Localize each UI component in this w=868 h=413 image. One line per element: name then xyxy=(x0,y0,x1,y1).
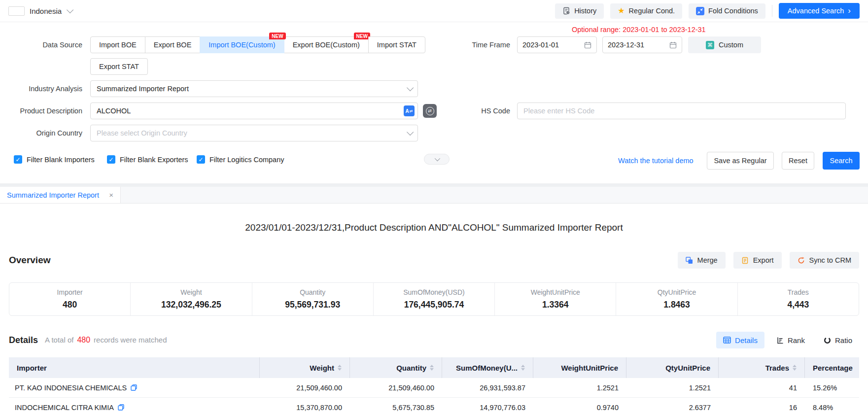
sort-icon[interactable] xyxy=(793,365,797,371)
company-copy-icon[interactable] xyxy=(131,384,137,391)
rank-icon xyxy=(776,337,784,344)
column-percentage: Percentage xyxy=(805,357,859,378)
column-sum-of-money[interactable]: SumOfMoney(U... xyxy=(442,357,533,378)
stat-qty-unit-price: QtyUnitPrice1.8463 xyxy=(616,283,737,315)
history-button[interactable]: History xyxy=(555,3,604,19)
merge-button[interactable]: Merge xyxy=(678,252,726,269)
date-from-input[interactable]: 2023-01-01 xyxy=(517,36,597,53)
checkbox-label: Filter Blank Importers xyxy=(27,156,95,164)
sync-to-crm-button[interactable]: Sync to CRM xyxy=(790,252,859,269)
swap-glyph: ⇄ xyxy=(428,108,432,113)
date-to-value: 2023-12-31 xyxy=(608,41,669,49)
industry-analysis-select[interactable]: Summarized Importer Report xyxy=(90,80,418,97)
collapse-conditions-toggle[interactable] xyxy=(424,154,450,165)
advanced-search-button[interactable]: Advanced Search › xyxy=(779,3,860,19)
weight-unit-price-cell: 0.9740 xyxy=(533,398,626,413)
merge-label: Merge xyxy=(697,256,718,264)
view-details-button[interactable]: Details xyxy=(716,332,764,348)
details-table: Importer Weight Quantity SumOfMoney(U...… xyxy=(9,357,859,413)
search-panel: Data Source Import BOE Export BOE Import… xyxy=(0,22,868,183)
tutorial-link[interactable]: Watch the tutorial demo xyxy=(618,152,694,170)
column-quantity[interactable]: Quantity xyxy=(350,357,442,378)
column-weight-unit-price: WeightUnitPrice xyxy=(533,357,626,378)
company-copy-icon[interactable] xyxy=(118,404,124,411)
chevron-down-icon xyxy=(407,129,414,136)
weight-unit-price-cell: 1.2521 xyxy=(533,378,626,397)
checkbox-label: Filter Blank Exporters xyxy=(120,156,188,164)
optional-range-note: Optional range: 2023-01-01 to 2023-12-31 xyxy=(572,26,706,34)
merge-icon xyxy=(686,257,693,264)
search-button[interactable]: Search xyxy=(823,152,860,170)
tab-label: Import BOE(Custom) xyxy=(208,41,275,49)
checkbox-filter-blank-importers[interactable]: ✓ Filter Blank Importers xyxy=(14,155,95,164)
table-header: Importer Weight Quantity SumOfMoney(U...… xyxy=(9,357,859,378)
sync-to-crm-label: Sync to CRM xyxy=(809,256,851,264)
sort-icon[interactable] xyxy=(338,365,342,371)
fold-conditions-button[interactable]: Fold Conditions xyxy=(689,3,765,19)
match-summary: A total of 480 records were matched xyxy=(45,336,167,344)
search-label: Search xyxy=(830,157,853,165)
tab-import-stat[interactable]: Import STAT xyxy=(368,36,425,53)
tab-label: Import STAT xyxy=(377,41,417,49)
tab-export-boe-custom[interactable]: Export BOE(Custom)NEW xyxy=(284,36,369,53)
command-icon: ⌘ xyxy=(706,41,714,49)
weight-cell: 21,509,460.00 xyxy=(260,378,350,397)
custom-range-button[interactable]: ⌘ Custom xyxy=(688,36,761,53)
country-selector[interactable]: Indonesia xyxy=(8,6,71,16)
indonesia-flag-icon xyxy=(8,6,25,16)
origin-country-select[interactable]: Please select Origin Country xyxy=(90,125,418,141)
sort-icon[interactable] xyxy=(430,365,434,371)
weight-cell: 15,370,870.00 xyxy=(260,398,350,413)
stat-trades: Trades4,443 xyxy=(737,283,859,315)
checkbox-filter-blank-exporters[interactable]: ✓ Filter Blank Exporters xyxy=(107,155,188,164)
importer-name-cell[interactable]: INDOCHEMICAL CITRA KIMIA xyxy=(9,398,260,413)
tab-export-boe[interactable]: Export BOE xyxy=(145,36,201,53)
checkbox-label: Filter Logitics Company xyxy=(209,156,284,164)
view-ratio-label: Ratio xyxy=(835,336,852,344)
view-rank-label: Rank xyxy=(788,336,805,344)
origin-country-placeholder: Please select Origin Country xyxy=(97,129,407,137)
translate-letter: A xyxy=(406,108,409,114)
overview-heading: Overview xyxy=(9,255,51,266)
column-importer: Importer xyxy=(9,357,260,378)
hs-code-input[interactable] xyxy=(517,103,846,119)
percentage-cell: 15.26% xyxy=(805,378,859,397)
separator-band xyxy=(0,183,868,187)
translate-icon[interactable]: A ⇄ xyxy=(404,105,415,116)
save-as-regular-button[interactable]: Save as Regular xyxy=(707,152,774,170)
importer-name-cell[interactable]: PT. KAO INDONESIA CHEMICALS xyxy=(9,378,260,397)
chevron-right-icon: › xyxy=(848,6,851,15)
regular-cond-button[interactable]: ★ Regular Cond. xyxy=(610,3,682,19)
details-table-icon xyxy=(723,337,731,344)
view-ratio-button[interactable]: Ratio xyxy=(817,332,859,348)
tab-label: Export BOE(Custom) xyxy=(293,41,360,49)
reset-button[interactable]: Reset xyxy=(782,152,814,170)
quantity-cell: 21,509,460.00 xyxy=(350,378,442,397)
match-count: 480 xyxy=(77,336,90,344)
quantity-cell: 5,675,730.85 xyxy=(350,398,442,413)
tab-label: Export BOE xyxy=(154,41,192,49)
tab-export-stat[interactable]: Export STAT xyxy=(90,58,148,75)
column-trades[interactable]: Trades xyxy=(719,357,805,378)
industry-analysis-label: Industry Analysis xyxy=(0,80,82,97)
fold-conditions-label: Fold Conditions xyxy=(708,7,758,15)
column-weight[interactable]: Weight xyxy=(260,357,350,378)
export-button[interactable]: Export xyxy=(733,252,782,269)
sync-icon xyxy=(798,257,805,264)
tab-import-boe-custom[interactable]: Import BOE(Custom)NEW xyxy=(200,36,284,53)
custom-label: Custom xyxy=(719,41,743,49)
close-icon[interactable]: × xyxy=(109,191,113,199)
history-icon xyxy=(562,7,570,15)
tab-summarized-importer-report[interactable]: Summarized Importer Report × xyxy=(0,187,121,203)
date-to-input[interactable]: 2023-12-31 xyxy=(602,36,682,53)
checkbox-filter-logitics-company[interactable]: ✓ Filter Logitics Company xyxy=(197,155,284,164)
view-rank-button[interactable]: Rank xyxy=(769,332,812,348)
product-description-field: A ⇄ xyxy=(90,103,418,119)
tab-import-boe[interactable]: Import BOE xyxy=(90,36,145,53)
overview-stats: Importer480 Weight132,032,496.25 Quantit… xyxy=(9,282,859,316)
sort-icon[interactable] xyxy=(521,365,525,371)
history-label: History xyxy=(574,7,596,15)
product-description-input[interactable] xyxy=(91,103,404,119)
sum-of-money-cell: 26,931,593.87 xyxy=(442,378,533,397)
star-icon: ★ xyxy=(618,7,625,15)
